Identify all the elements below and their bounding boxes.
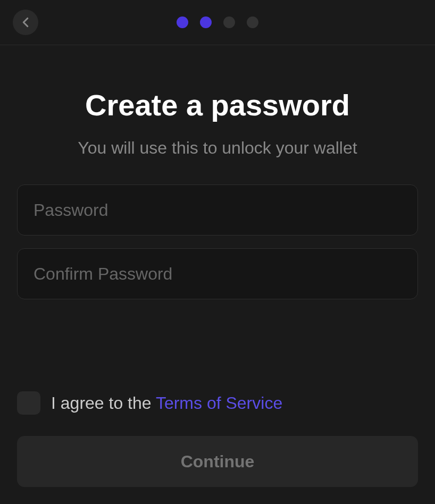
chevron-left-icon <box>22 17 29 28</box>
password-input[interactable] <box>17 184 418 236</box>
progress-dot-4 <box>247 16 258 28</box>
confirm-password-input[interactable] <box>17 248 418 299</box>
progress-dot-3 <box>223 16 235 28</box>
page-title: Create a password <box>17 88 418 122</box>
terms-checkbox[interactable] <box>17 391 40 415</box>
terms-text: I agree to the Terms of Service <box>51 393 282 413</box>
terms-of-service-link[interactable]: Terms of Service <box>156 393 282 413</box>
terms-prefix: I agree to the <box>51 393 156 413</box>
header <box>0 0 435 45</box>
continue-button[interactable]: Continue <box>17 436 418 487</box>
progress-dot-2 <box>200 16 212 28</box>
back-button[interactable] <box>13 10 38 35</box>
page-subtitle: You will use this to unlock your wallet <box>17 138 418 158</box>
terms-row: I agree to the Terms of Service <box>17 391 418 415</box>
main-content: Create a password You will use this to u… <box>0 45 435 504</box>
progress-dot-1 <box>177 16 188 28</box>
progress-indicator <box>177 16 258 28</box>
